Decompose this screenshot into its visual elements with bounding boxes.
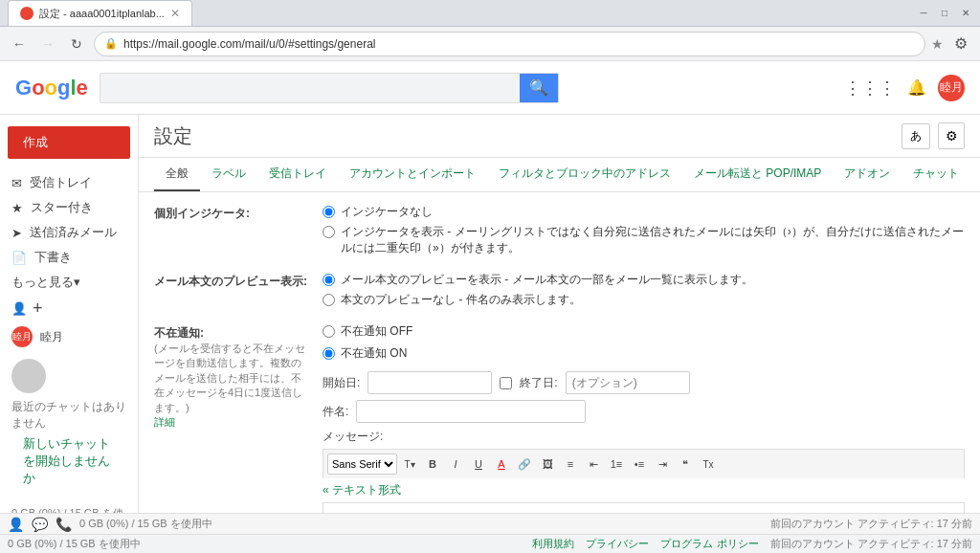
user-account-item[interactable]: 睦月 睦月 [0,322,138,351]
url-text: https://mail.google.com/mail/u/0/#settin… [123,37,915,51]
image-button[interactable]: 🖼 [537,453,558,475]
search-button[interactable]: 🔍 [520,74,558,102]
gmail-body: 作成 ✉ 受信トレイ ★ スター付き ➤ 送信済みメール 📄 下書き [0,115,980,513]
title-bar: 設定 - aaaa0001itplanlab... ✕ ─ □ ✕ [0,0,980,27]
tab-filters[interactable]: フィルタとブロック中のアドレス [487,158,682,191]
message-editor[interactable] [323,502,965,513]
url-bar[interactable]: 🔒 https://mail.google.com/mail/u/0/#sett… [94,32,925,56]
tab-general[interactable]: 全般 [154,158,200,191]
tab-forwarding[interactable]: メール転送と POP/IMAP [682,158,833,191]
terms-link[interactable]: 利用規約 [532,537,574,551]
end-date-input[interactable] [566,371,690,394]
text-color-button[interactable]: A [491,453,512,475]
new-chat-link[interactable]: 新しいチャットを開始しませんか [11,431,126,491]
tab-chat[interactable]: チャット [902,158,970,191]
minimize-button[interactable]: ─ [917,7,930,20]
end-date-label: 終了日: [520,375,557,391]
link-button[interactable]: 🔗 [514,453,535,475]
sidebar-item-inbox[interactable]: ✉ 受信トレイ [0,170,138,195]
settings-gear-button[interactable]: ⚙ [938,122,965,149]
forward-button[interactable]: → [36,33,59,55]
align-left-button[interactable]: ≡ [560,453,581,475]
start-date-input[interactable]: 2018年6月30日 [368,371,492,394]
font-family-select[interactable]: Sans Serif [327,453,397,475]
preview-none-label: 本文のプレビューなし - 件名のみ表示します。 [341,292,581,308]
tab-addons[interactable]: アドオン [833,158,902,191]
underline-button[interactable]: U [468,453,489,475]
remove-format-button[interactable]: Tx [698,453,719,475]
blockquote-button[interactable]: ❝ [675,453,696,475]
notification-bell-icon[interactable]: 🔔 [905,77,928,100]
close-button[interactable]: ✕ [959,7,972,20]
indent-increase-button[interactable]: ⇥ [652,453,673,475]
font-size-button[interactable]: T▾ [399,453,420,475]
tab-labels[interactable]: ラベル [200,158,257,191]
policy-link[interactable]: プログラム ポリシー [660,537,758,551]
extensions-icon[interactable]: ⚙ [949,33,972,55]
chat-footer-icon: 💬 [32,517,48,532]
tab-inbox[interactable]: 受信トレイ [257,158,338,191]
add-icon: + [33,299,43,319]
language-button[interactable]: あ [902,123,930,149]
end-date-checkbox[interactable] [500,377,512,389]
vacation-note: (メールを受信すると不在メッセージを自動送信します。複数のメールを送信した相手に… [154,342,307,415]
preview-section: メール本文のプレビュー表示: メール本文のプレビューを表示 - メール本文の一部… [154,272,965,308]
chrome-footer: 0 GB (0%) / 15 GB を使用中 利用規約 プライバシー プログラム… [0,534,980,553]
refresh-button[interactable]: ↻ [65,33,88,55]
gmail-header: G o o g l e 🔍 ⋮⋮⋮ 🔔 睦月 [0,61,980,115]
sidebar-item-sent[interactable]: ➤ 送信済みメール [0,220,138,245]
vacation-off-radio[interactable] [323,325,335,338]
preview-option-none: 本文のプレビューなし - 件名のみ表示します。 [323,292,965,308]
sent-label: 送信済みメール [30,224,117,241]
sidebar-item-starred[interactable]: ★ スター付き [0,195,138,220]
sidebar-item-drafts[interactable]: 📄 下書き [0,245,138,270]
restore-button[interactable]: □ [938,7,951,20]
indent-decrease-button[interactable]: ⇤ [583,453,604,475]
bulleted-list-button[interactable]: •≡ [629,453,650,475]
activity-text: 前回のアカウント アクティビティ: 17 分前 [770,518,972,529]
secure-lock-icon: 🔒 [104,37,118,50]
add-user-icon: 👤 [11,301,27,316]
subject-input[interactable]: これは自動返信です [356,400,586,423]
drafts-label: 下書き [34,249,72,266]
indicator-option-show: インジケータを表示 - メーリングリストではなく自分宛に送信されたメールには矢印… [323,224,965,256]
vacation-content: 不在通知 OFF 不在通知 ON 開始日: 2018年6月30日 [323,323,965,513]
back-button[interactable]: ← [8,33,31,55]
numbered-list-button[interactable]: 1≡ [606,453,627,475]
footer-left: 👤 💬 📞 0 GB (0%) / 15 GB を使用中 [8,517,212,532]
vacation-on-radio[interactable] [323,347,335,360]
search-input[interactable] [100,80,520,96]
tab-title: 設定 - aaaa0001itplanlab... [39,7,165,21]
vacation-detail-link[interactable]: 詳細 [154,416,175,428]
google-apps-icon[interactable]: ⋮⋮⋮ [844,77,896,99]
start-date-label: 開始日: [323,375,360,391]
preview-option-show: メール本文のプレビューを表示 - メール本文の一部をメール一覧に表示します。 [323,272,965,288]
italic-button[interactable]: I [445,453,466,475]
vacation-off-label: 不在通知 OFF [341,323,412,340]
inbox-label: 受信トレイ [30,174,92,191]
storage-footer-text: 0 GB (0%) / 15 GB を使用中 [79,517,212,531]
subject-field-label: 件名: [323,404,348,420]
see-more-button[interactable]: もっと見る▾ [0,270,138,295]
tab-close-button[interactable]: ✕ [170,7,180,20]
active-tab[interactable]: 設定 - aaaa0001itplanlab... ✕ [8,0,192,26]
indicator-show-radio[interactable] [323,226,335,238]
privacy-link[interactable]: プライバシー [586,537,649,551]
indicator-none-radio[interactable] [323,206,335,218]
bookmark-star-icon[interactable]: ★ [931,36,944,52]
tab-accounts[interactable]: アカウントとインポート [338,158,487,191]
settings-actions: あ ⚙ [902,122,965,149]
page-title: 設定 [154,123,890,149]
vacation-on-label: 不在通知 ON [341,345,407,362]
preview-none-radio[interactable] [323,294,335,306]
bold-button[interactable]: B [422,453,443,475]
tab-labs[interactable]: Labs [970,158,980,191]
vacation-radio-group: 不在通知 OFF 不在通知 ON [323,323,965,362]
chat-avatar [11,359,46,393]
chrome-footer-left: 0 GB (0%) / 15 GB を使用中 [8,537,517,551]
preview-show-radio[interactable] [323,274,335,286]
compose-button[interactable]: 作成 [8,126,130,159]
user-avatar[interactable]: 睦月 [938,75,965,101]
text-format-link[interactable]: « テキスト形式 [323,482,965,498]
add-user-button[interactable]: 👤 + [0,295,138,322]
